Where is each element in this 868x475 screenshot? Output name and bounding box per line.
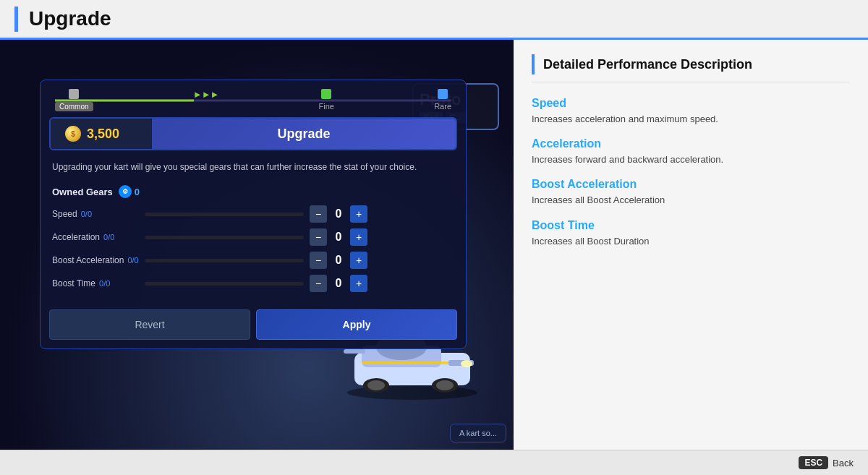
gear-count: 0 — [135, 187, 140, 197]
coin-icon: $ — [65, 126, 81, 142]
right-header: Detailed Performance Description — [532, 54, 850, 82]
stat-row-boost-acceleration: Boost Acceleration 0/0 − 0 + — [52, 252, 454, 269]
svg-rect-5 — [344, 349, 365, 354]
stat-controls-boost-time: − 0 + — [310, 275, 367, 292]
svg-point-9 — [436, 380, 454, 390]
left-panel: Proto Kart C... — [0, 40, 514, 450]
stat-bar-speed — [145, 213, 304, 216]
tier-dot-common — [69, 89, 79, 99]
acceleration-value: 0 — [331, 231, 346, 244]
cost-value: 3,500 — [87, 127, 119, 142]
stat-bar-acceleration — [145, 236, 304, 239]
perf-acceleration-desc: Increases forward and backward accelerat… — [532, 153, 850, 166]
tier-arrows-container: ►►► — [193, 89, 219, 100]
tier-label-fine: Fine — [319, 102, 334, 111]
gears-label: Owned Gears ⚙ 0 — [52, 185, 454, 198]
perf-boost-time-name: Boost Time — [532, 219, 850, 232]
stat-controls-acceleration: − 0 + — [310, 228, 367, 246]
page-title: Upgrade — [29, 7, 111, 30]
tier-items: Common ►►► Fine Rare — [55, 89, 451, 111]
stat-controls-boost-acceleration: − 0 + — [310, 252, 367, 269]
stat-row-speed: Speed 0/0 − 0 + — [52, 205, 454, 223]
bottom-bar: ESC Back — [0, 450, 868, 475]
boost-acceleration-increase-button[interactable]: + — [350, 252, 367, 269]
stat-label-speed: Speed 0/0 — [52, 209, 139, 219]
esc-badge: ESC — [799, 456, 828, 469]
bottom-buttons: Revert Apply — [49, 309, 457, 340]
tier-label-common: Common — [55, 102, 93, 111]
upgrade-panel: Common ►►► Fine Rare — [40, 80, 467, 349]
perf-speed: Speed Increases acceleration and maximum… — [532, 97, 850, 126]
tier-dot-fine — [321, 89, 331, 99]
perf-boost-time: Boost Time Increases all Boost Duration — [532, 219, 850, 248]
perf-boost-acceleration-name: Boost Acceleration — [532, 178, 850, 191]
apply-button[interactable]: Apply — [256, 309, 457, 340]
header-accent — [14, 7, 18, 32]
perf-boost-acceleration-desc: Increases all Boost Acceleration — [532, 194, 850, 207]
stat-fraction-acceleration: 0/0 — [103, 233, 114, 241]
perf-speed-desc: Increases acceleration and maximum speed… — [532, 113, 850, 126]
gear-icon: ⚙ — [119, 185, 132, 198]
stat-row-acceleration: Acceleration 0/0 − 0 + — [52, 228, 454, 246]
tier-track: Common ►►► Fine Rare — [55, 89, 451, 111]
upgrade-button-row: $ 3,500 Upgrade — [49, 117, 457, 150]
header: Upgrade — [0, 0, 868, 40]
perf-speed-name: Speed — [532, 97, 850, 110]
stat-fraction-boost-time: 0/0 — [99, 279, 110, 288]
stat-label-boost-time: Boost Time 0/0 — [52, 278, 139, 288]
revert-button[interactable]: Revert — [49, 309, 250, 340]
speed-value: 0 — [331, 207, 346, 221]
main-content: Proto Kart C... — [0, 40, 868, 450]
acceleration-decrease-button[interactable]: − — [310, 228, 327, 246]
boost-time-increase-button[interactable]: + — [350, 275, 367, 292]
boost-acceleration-decrease-button[interactable]: − — [310, 252, 327, 269]
svg-rect-10 — [362, 361, 448, 364]
right-panel: Detailed Performance Description Speed I… — [514, 40, 868, 450]
stat-label-boost-acceleration: Boost Acceleration 0/0 — [52, 255, 139, 265]
upgrade-button[interactable]: Upgrade — [152, 119, 456, 149]
stat-bar-boost-acceleration — [145, 259, 304, 262]
upgrade-cost: $ 3,500 — [51, 119, 152, 149]
svg-point-7 — [367, 380, 385, 390]
right-accent — [532, 54, 535, 74]
upgrade-description: Upgrading your kart will give you specia… — [41, 158, 466, 182]
tier-selector: Common ►►► Fine Rare — [41, 80, 466, 117]
stat-bar-boost-time — [145, 282, 304, 286]
speed-decrease-button[interactable]: − — [310, 205, 327, 223]
tier-rare[interactable]: Rare — [434, 89, 451, 111]
stat-label-acceleration: Acceleration 0/0 — [52, 232, 139, 242]
back-label: Back — [833, 458, 854, 468]
stat-fraction-speed: 0/0 — [81, 210, 92, 218]
tier-arrows: ►►► — [193, 89, 219, 100]
stat-controls-speed: − 0 + — [310, 205, 367, 223]
perf-boost-acceleration: Boost Acceleration Increases all Boost A… — [532, 178, 850, 207]
tier-common[interactable]: Common — [55, 89, 93, 111]
tier-label-rare: Rare — [434, 102, 451, 111]
perf-acceleration-name: Acceleration — [532, 137, 850, 150]
boost-acceleration-value: 0 — [331, 254, 346, 267]
tier-dot-rare — [438, 89, 448, 99]
perf-acceleration: Acceleration Increases forward and backw… — [532, 137, 850, 166]
perf-boost-time-desc: Increases all Boost Duration — [532, 235, 850, 248]
stat-row-boost-time: Boost Time 0/0 − 0 + — [52, 275, 454, 292]
acceleration-increase-button[interactable]: + — [350, 228, 367, 246]
gears-section: Owned Gears ⚙ 0 Speed 0/0 — [41, 182, 466, 304]
tier-fine[interactable]: Fine — [319, 89, 334, 111]
speed-increase-button[interactable]: + — [350, 205, 367, 223]
stat-fraction-boost-acceleration: 0/0 — [127, 256, 138, 265]
kart-hint: A kart so... — [450, 424, 506, 442]
svg-point-11 — [461, 360, 472, 367]
right-title: Detailed Performance Description — [543, 57, 752, 72]
gear-icon-badge: ⚙ 0 — [119, 185, 140, 198]
boost-time-decrease-button[interactable]: − — [310, 275, 327, 292]
boost-time-value: 0 — [331, 277, 346, 290]
